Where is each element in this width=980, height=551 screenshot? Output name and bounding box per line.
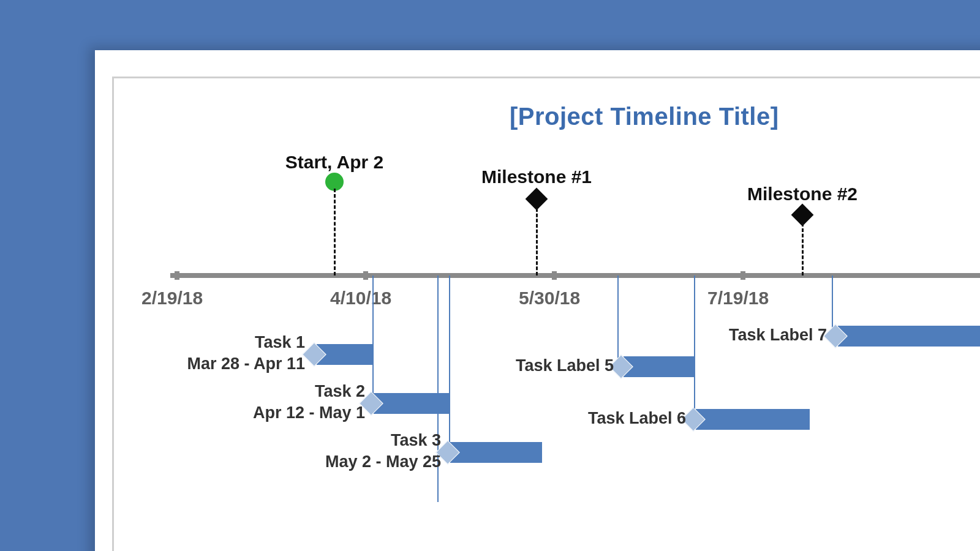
task-dates: Mar 28 - Apr 11: [121, 353, 305, 375]
milestone-leader-line: [802, 223, 804, 276]
axis-date-label: 2/19/18: [141, 288, 203, 309]
task-label: Task 2Apr 12 - May 1: [181, 381, 365, 424]
chart-title: [Project Timeline Title]: [510, 103, 779, 130]
task-connector-line: [617, 276, 619, 367]
milestone-label: Start, Apr 2: [267, 152, 402, 173]
task-name: Task Label 5: [430, 355, 614, 377]
axis-tick: [552, 271, 557, 280]
task-label: Task Label 6: [502, 408, 686, 429]
task-label: Task Label 5: [430, 355, 614, 377]
task-bar: [624, 356, 695, 377]
task-name: Task Label 7: [643, 324, 827, 346]
axis-date-label: 7/19/18: [707, 288, 769, 309]
task-bar: [838, 326, 980, 347]
axis-date-label: 5/30/18: [519, 288, 580, 309]
task-name: Task 3: [257, 430, 441, 451]
task-bar: [696, 409, 810, 430]
axis-tick: [363, 271, 368, 280]
task-label: Task Label 7: [643, 324, 827, 346]
document-page: [Project Timeline Title]2/19/184/10/185/…: [95, 50, 980, 551]
task-name: Task 2: [181, 381, 365, 402]
axis-date-label: 4/10/18: [330, 288, 391, 309]
task-name: Task 1: [121, 332, 305, 353]
task-bar: [450, 442, 542, 463]
task-dates: Apr 12 - May 1: [181, 402, 365, 424]
milestone-leader-line: [536, 208, 538, 276]
milestone-label: Milestone #1: [469, 167, 604, 187]
task-connector-line: [694, 276, 695, 427]
task-connector-line: [372, 276, 374, 398]
inner-frame: [112, 77, 980, 551]
axis-tick: [175, 271, 179, 280]
timeline-axis: [170, 273, 980, 278]
milestone-leader-line: [334, 189, 336, 276]
milestone-label: Milestone #2: [735, 184, 870, 204]
task-name: Task Label 6: [502, 408, 686, 429]
task-dates: May 2 - May 25: [257, 451, 441, 473]
axis-tick: [741, 271, 745, 280]
task-label: Task 3May 2 - May 25: [257, 430, 441, 473]
task-label: Task 1Mar 28 - Apr 11: [121, 332, 305, 375]
